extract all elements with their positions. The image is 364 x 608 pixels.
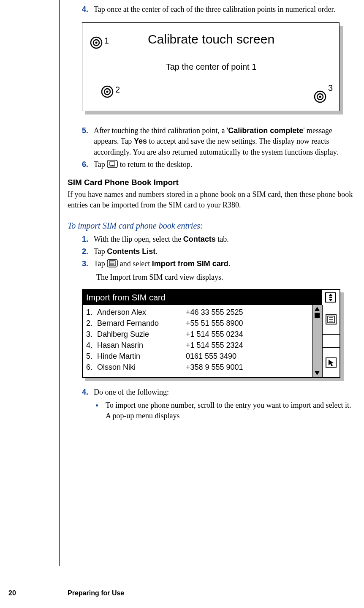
page-number: 20 (0, 589, 34, 598)
text: and select (118, 259, 152, 268)
list-item[interactable]: 2.Bernard Fernando+55 51 555 8900 (86, 318, 309, 329)
step-number: 4. (82, 387, 94, 398)
list-item[interactable]: 3.Dahlberg Suzie+1 514 555 0234 (86, 329, 309, 340)
bullet-item: • To import one phone number, scroll to … (95, 400, 355, 421)
svg-marker-19 (329, 294, 333, 296)
step-text: Tap once at the center of each of the th… (94, 4, 355, 15)
text: After touching the third calibration poi… (94, 126, 228, 135)
bold-text: Calibration complete (228, 126, 303, 135)
step-text: With the flip open, select the Contacts … (94, 234, 355, 245)
step-text: Tap to return to the desktop. (94, 159, 355, 171)
import-step-3-sub: The Import from SIM card view displays. (96, 272, 355, 283)
text: tab. (216, 235, 229, 243)
bold-text: Contents List (107, 247, 155, 256)
step-number: 6. (82, 159, 94, 171)
list-item[interactable]: 5.Hinde Martin0161 555 3490 (86, 351, 309, 362)
sim-import-figure: Import from SIM card 1.Anderson Alex+46 … (82, 289, 344, 381)
scrollbar[interactable] (312, 305, 322, 377)
text: Tap (94, 259, 107, 268)
step-4b: 4. Do one of the following: (68, 387, 355, 398)
list-icon[interactable] (323, 305, 340, 335)
step-number: 2. (82, 246, 94, 257)
sim-import-paragraph: If you have names and numbers stored in … (68, 189, 355, 210)
step-number: 4. (82, 4, 94, 15)
list-item[interactable]: 1.Anderson Alex+46 33 555 2525 (86, 307, 309, 318)
page-footer: 20 Preparing for Use (0, 589, 364, 598)
import-step-3: 3. Tap and select Import from SIM card. (68, 259, 355, 270)
bold-text: Contacts (183, 235, 216, 243)
svg-point-5 (106, 91, 109, 93)
scroll-up-icon[interactable] (315, 307, 320, 311)
step-6: 6. Tap to return to the desktop. (68, 159, 355, 171)
calibration-label-3: 3 (328, 82, 333, 94)
svg-marker-20 (329, 299, 333, 301)
calibration-label-1: 1 (104, 35, 109, 46)
svg-rect-21 (329, 297, 332, 298)
left-margin-rule (59, 0, 60, 566)
sim-screen-title: Import from SIM card (83, 290, 321, 305)
step-text: Tap and select Import from SIM card. (94, 259, 355, 270)
svg-marker-28 (329, 360, 334, 366)
toolbox-icon[interactable] (321, 290, 340, 305)
step-text: Tap Contents List. (94, 246, 355, 257)
text: . (155, 247, 158, 256)
desktop-icon (107, 160, 118, 171)
import-step-2: 2. Tap Contents List. (68, 246, 355, 257)
list-item[interactable]: 6.Olsson Niki+358 9 555 9001 (86, 362, 309, 373)
step-4: 4. Tap once at the center of each of the… (68, 4, 355, 15)
step-text: Do one of the following: (94, 387, 355, 398)
bullet-text: To import one phone number, scroll to th… (106, 400, 355, 421)
step-number: 5. (82, 125, 94, 158)
svg-point-8 (319, 96, 321, 98)
text: Tap (94, 160, 107, 169)
text: With the flip open, select the (94, 235, 183, 243)
calibration-target-1[interactable] (90, 36, 103, 49)
calibration-label-2: 2 (115, 84, 120, 95)
bold-text: Import from SIM card (152, 259, 228, 268)
calibration-title: Calibrate touch screen (82, 30, 340, 48)
sim-import-heading: SIM Card Phone Book Import (68, 177, 355, 188)
text: Tap (94, 247, 107, 256)
svg-rect-10 (110, 162, 115, 165)
step-number: 3. (82, 259, 94, 270)
list-item[interactable]: 4.Hasan Nasrin+1 514 555 2324 (86, 340, 309, 351)
scroll-down-icon[interactable] (315, 371, 320, 375)
import-step-1: 1. With the flip open, select the Contac… (68, 234, 355, 245)
step-5: 5. After touching the third calibration … (68, 125, 355, 158)
step-text: After touching the third calibration poi… (94, 125, 355, 158)
menu-icon (107, 259, 118, 270)
sim-contact-list[interactable]: 1.Anderson Alex+46 33 555 2525 2.Bernard… (83, 305, 312, 377)
pointer-icon[interactable] (323, 347, 340, 377)
calibration-subtitle: Tap the center of point 1 (82, 61, 340, 73)
bold-text: Yes (134, 137, 147, 145)
calibration-target-2[interactable] (101, 85, 114, 98)
scroll-thumb[interactable] (315, 313, 320, 318)
step-number: 1. (82, 234, 94, 245)
text: to return to the desktop. (118, 160, 192, 169)
bullet-dot-icon: • (95, 400, 106, 421)
calibration-target-3[interactable] (314, 90, 326, 103)
svg-point-2 (95, 42, 98, 44)
svg-rect-9 (107, 160, 117, 168)
text: . (228, 259, 231, 268)
footer-title: Preparing for Use (34, 589, 124, 598)
side-toolbar (322, 305, 340, 377)
calibration-figure: Calibrate touch screen Tap the center of… (82, 22, 344, 115)
import-procedure-heading: To import SIM card phone book entries: (68, 220, 355, 232)
